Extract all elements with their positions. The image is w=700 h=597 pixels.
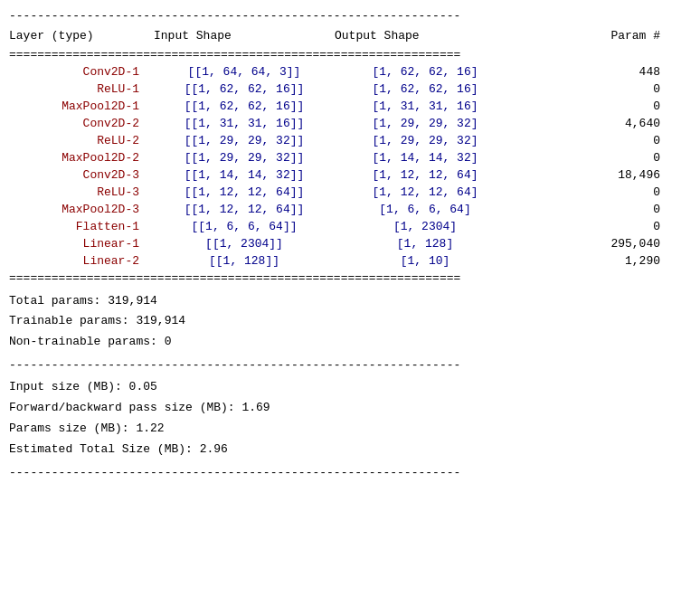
header-param: Param # xyxy=(516,29,660,43)
layer-param-count: 1,290 xyxy=(516,254,660,268)
layer-name: Conv2D-1 xyxy=(9,65,154,79)
size-info: Input size (MB): 0.05 Forward/backward p… xyxy=(9,374,691,463)
layer-name: Linear-1 xyxy=(9,237,154,251)
layer-output-shape: [1, 12, 12, 64] xyxy=(335,185,516,199)
layer-input-shape: [[1, 31, 31, 16]] xyxy=(154,117,335,130)
model-summary: ----------------------------------------… xyxy=(9,7,691,481)
table-row: ReLU-2[[1, 29, 29, 32]][1, 29, 29, 32]0 xyxy=(9,132,691,149)
layer-input-shape: [[1, 62, 62, 16]] xyxy=(154,100,335,113)
layer-input-shape: [[1, 12, 12, 64]] xyxy=(154,185,335,199)
layer-name: MaxPool2D-1 xyxy=(9,100,154,113)
layer-output-shape: [1, 29, 29, 32] xyxy=(335,134,516,147)
mid-dashes: ----------------------------------------… xyxy=(9,356,691,374)
layer-output-shape: [1, 2304] xyxy=(335,220,516,233)
layer-param-count: 4,640 xyxy=(516,117,660,130)
layer-param-count: 0 xyxy=(516,185,660,199)
trainable-params: Trainable params: 319,914 xyxy=(9,311,691,332)
layer-output-shape: [1, 62, 62, 16] xyxy=(335,82,516,96)
header-output: Output Shape xyxy=(335,29,516,43)
table-row: ReLU-3[[1, 12, 12, 64]][1, 12, 12, 64]0 xyxy=(9,184,691,201)
layer-name: Linear-2 xyxy=(9,254,154,268)
table-row: Conv2D-1[[1, 64, 64, 3]][1, 62, 62, 16]4… xyxy=(9,63,691,81)
footer-equals: ========================================… xyxy=(9,270,691,288)
layer-param-count: 0 xyxy=(516,134,660,147)
layer-input-shape: [[1, 64, 64, 3]] xyxy=(154,65,335,79)
layer-output-shape: [1, 29, 29, 32] xyxy=(335,117,516,130)
header-equals: ========================================… xyxy=(9,46,691,64)
table-header: Layer (type) Input Shape Output Shape Pa… xyxy=(9,25,691,46)
layer-param-count: 0 xyxy=(516,151,660,165)
layer-name: ReLU-1 xyxy=(9,82,154,96)
layer-name: ReLU-2 xyxy=(9,134,154,147)
table-row: Linear-1[[1, 2304]][1, 128]295,040 xyxy=(9,235,691,252)
params-size: Params size (MB): 1.22 xyxy=(9,419,691,440)
table-row: Linear-2[[1, 128]][1, 10]1,290 xyxy=(9,252,691,270)
estimated-total-size: Estimated Total Size (MB): 2.96 xyxy=(9,440,691,460)
input-size: Input size (MB): 0.05 xyxy=(9,377,691,398)
layers-container: Conv2D-1[[1, 64, 64, 3]][1, 62, 62, 16]4… xyxy=(9,63,691,270)
layer-input-shape: [[1, 6, 6, 64]] xyxy=(154,220,335,233)
layer-output-shape: [1, 62, 62, 16] xyxy=(335,65,516,79)
table-row: Conv2D-3[[1, 14, 14, 32]][1, 12, 12, 64]… xyxy=(9,166,691,184)
layer-param-count: 0 xyxy=(516,82,660,96)
layer-output-shape: [1, 12, 12, 64] xyxy=(335,168,516,182)
layer-param-count: 0 xyxy=(516,203,660,216)
layer-name: Conv2D-3 xyxy=(9,168,154,182)
layer-input-shape: [[1, 14, 14, 32]] xyxy=(154,168,335,182)
table-row: MaxPool2D-2[[1, 29, 29, 32]][1, 14, 14, … xyxy=(9,149,691,166)
layer-output-shape: [1, 10] xyxy=(335,254,516,268)
table-row: MaxPool2D-3[[1, 12, 12, 64]][1, 6, 6, 64… xyxy=(9,201,691,218)
layer-input-shape: [[1, 2304]] xyxy=(154,237,335,251)
header-layer: Layer (type) xyxy=(9,29,154,43)
params-summary: Total params: 319,914 Trainable params: … xyxy=(9,288,691,356)
layer-param-count: 0 xyxy=(516,220,660,233)
forward-backward-size: Forward/backward pass size (MB): 1.69 xyxy=(9,398,691,419)
layer-input-shape: [[1, 128]] xyxy=(154,254,335,268)
table-row: ReLU-1[[1, 62, 62, 16]][1, 62, 62, 16]0 xyxy=(9,81,691,98)
non-trainable-params: Non-trainable params: 0 xyxy=(9,332,691,353)
layer-output-shape: [1, 128] xyxy=(335,237,516,251)
total-params: Total params: 319,914 xyxy=(9,291,691,312)
layer-param-count: 448 xyxy=(516,65,660,79)
layer-name: ReLU-3 xyxy=(9,185,154,199)
table-row: Flatten-1[[1, 6, 6, 64]][1, 2304]0 xyxy=(9,218,691,235)
table-row: MaxPool2D-1[[1, 62, 62, 16]][1, 31, 31, … xyxy=(9,98,691,115)
layer-input-shape: [[1, 29, 29, 32]] xyxy=(154,134,335,147)
layer-input-shape: [[1, 12, 12, 64]] xyxy=(154,203,335,216)
table-row: Conv2D-2[[1, 31, 31, 16]][1, 29, 29, 32]… xyxy=(9,115,691,132)
layer-output-shape: [1, 31, 31, 16] xyxy=(335,100,516,113)
layer-input-shape: [[1, 29, 29, 32]] xyxy=(154,151,335,165)
layer-input-shape: [[1, 62, 62, 16]] xyxy=(154,82,335,96)
layer-param-count: 18,496 xyxy=(516,168,660,182)
layer-output-shape: [1, 6, 6, 64] xyxy=(335,203,516,216)
layer-name: Flatten-1 xyxy=(9,220,154,233)
layer-name: MaxPool2D-2 xyxy=(9,151,154,165)
header-input: Input Shape xyxy=(154,29,335,43)
layer-name: Conv2D-2 xyxy=(9,117,154,130)
top-dashes: ----------------------------------------… xyxy=(9,7,691,25)
layer-param-count: 295,040 xyxy=(516,237,660,251)
layer-output-shape: [1, 14, 14, 32] xyxy=(335,151,516,165)
bottom-dashes: ----------------------------------------… xyxy=(9,464,691,482)
layer-param-count: 0 xyxy=(516,100,660,113)
layer-name: MaxPool2D-3 xyxy=(9,203,154,216)
